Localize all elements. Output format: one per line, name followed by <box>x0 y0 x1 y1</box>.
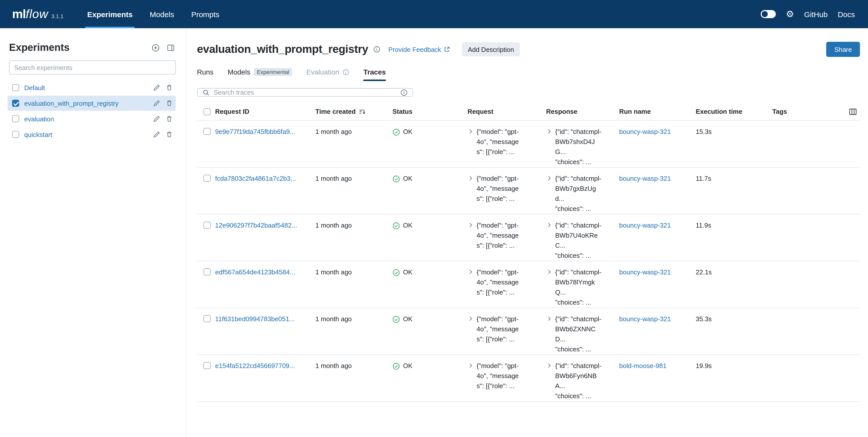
column-header-status: Status <box>393 108 467 115</box>
expand-response-icon[interactable] <box>546 316 552 355</box>
expand-request-icon[interactable] <box>467 222 473 251</box>
column-settings-icon[interactable] <box>849 107 857 115</box>
experiment-list-item[interactable]: quickstart <box>7 127 176 142</box>
expand-response-icon[interactable] <box>546 363 552 401</box>
sidebar-header: Experiments <box>0 42 186 54</box>
execution-time-cell: 22.1s <box>696 267 772 277</box>
mlflow-logo[interactable]: mlflow 3.1.1 <box>12 7 63 21</box>
primary-nav: Experiments Models Prompts <box>79 0 228 28</box>
nav-prompts[interactable]: Prompts <box>183 0 228 28</box>
provide-feedback-link[interactable]: Provide Feedback <box>389 45 450 53</box>
experiment-link[interactable]: quickstart <box>24 131 149 138</box>
traces-search-input[interactable] <box>214 89 397 96</box>
page-title: evaluation_with_prompt_registry <box>197 43 368 56</box>
delete-experiment-icon[interactable] <box>166 100 173 107</box>
theme-toggle-switch[interactable] <box>761 10 776 18</box>
traces-table-header: Request ID Time created Status Request R… <box>197 103 860 121</box>
trace-row: 11f631bed0994783be051... 1 month ago OK … <box>197 308 860 355</box>
github-link[interactable]: GitHub <box>804 10 828 19</box>
docs-link[interactable]: Docs <box>838 10 855 19</box>
experiment-link[interactable]: evaluation_with_prompt_registry <box>24 99 149 107</box>
expand-response-icon[interactable] <box>546 175 552 214</box>
trace-checkbox[interactable] <box>204 315 211 322</box>
experiment-list-item[interactable]: evaluation <box>7 111 176 126</box>
tab-models[interactable]: Models Experimental <box>227 66 292 81</box>
delete-experiment-icon[interactable] <box>166 84 173 91</box>
run-name-link[interactable]: bold-moose-981 <box>619 361 691 371</box>
trace-checkbox[interactable] <box>204 268 211 275</box>
run-name-link[interactable]: bouncy-wasp-321 <box>619 221 691 231</box>
delete-experiment-icon[interactable] <box>166 115 173 122</box>
request-preview: {"model": "gpt-4o", "messages": [{"role"… <box>476 267 520 298</box>
create-experiment-icon[interactable] <box>152 43 160 52</box>
edit-experiment-icon[interactable] <box>153 131 160 138</box>
request-id-link[interactable]: 9e9e77f19da745fbbb6fa9... <box>215 127 310 137</box>
share-button[interactable]: Share <box>827 42 860 57</box>
expand-request-icon[interactable] <box>467 269 473 298</box>
experiment-checkbox[interactable] <box>12 84 19 91</box>
execution-time-cell: 11.7s <box>696 174 772 184</box>
request-id-link[interactable]: fcda7803c2fa4861a7c2b3... <box>215 174 310 184</box>
response-preview: {"id": "chatcmpl-BWb7gxBzUgd..."choices"… <box>555 174 602 214</box>
tab-runs[interactable]: Runs <box>197 66 213 81</box>
column-header-tags: Tags <box>772 108 840 115</box>
request-id-link[interactable]: edf567a654de4123b4584... <box>215 267 310 277</box>
experiment-info-icon[interactable] <box>373 46 380 53</box>
select-all-checkbox[interactable] <box>204 108 211 115</box>
experiment-checkbox[interactable] <box>12 131 19 138</box>
column-header-time-created[interactable]: Time created <box>315 108 393 115</box>
tab-evaluation[interactable]: Evaluation <box>306 66 349 81</box>
experiment-checkbox[interactable] <box>12 115 19 122</box>
expand-request-icon[interactable] <box>467 175 473 204</box>
time-created-cell: 1 month ago <box>315 127 393 137</box>
tab-traces[interactable]: Traces <box>364 66 386 81</box>
expand-request-icon[interactable] <box>467 363 473 391</box>
external-link-icon <box>443 46 450 53</box>
nav-experiments[interactable]: Experiments <box>79 0 141 28</box>
request-id-link[interactable]: 12e906297f7b42baaf5482... <box>215 221 310 231</box>
logo-ml-text: ml <box>12 7 26 21</box>
edit-experiment-icon[interactable] <box>153 84 160 91</box>
traces-search-box <box>197 88 413 97</box>
response-preview: {"id": "chatcmpl-BWb78lYmgkQ..."choices"… <box>555 267 602 308</box>
experiment-link[interactable]: Default <box>24 84 149 91</box>
run-name-link[interactable]: bouncy-wasp-321 <box>619 314 691 324</box>
experiments-search-input[interactable] <box>14 64 171 71</box>
trace-checkbox[interactable] <box>204 362 211 369</box>
experiment-checkbox[interactable] <box>12 100 19 107</box>
trace-checkbox[interactable] <box>204 222 211 229</box>
provide-feedback-label: Provide Feedback <box>389 45 441 53</box>
edit-experiment-icon[interactable] <box>153 115 160 122</box>
edit-experiment-icon[interactable] <box>153 100 160 107</box>
trace-checkbox[interactable] <box>204 175 211 182</box>
delete-experiment-icon[interactable] <box>166 131 173 138</box>
search-info-icon[interactable] <box>401 89 408 96</box>
request-id-link[interactable]: e154fa5122cd456697709... <box>215 361 310 371</box>
expand-request-icon[interactable] <box>467 128 473 157</box>
time-created-cell: 1 month ago <box>315 361 393 371</box>
experiment-list-item[interactable]: Default <box>7 80 176 95</box>
trace-row: fcda7803c2fa4861a7c2b3... 1 month ago OK… <box>197 168 860 214</box>
experiment-list-item[interactable]: evaluation_with_prompt_registry <box>7 96 176 111</box>
trace-checkbox[interactable] <box>204 128 211 135</box>
settings-gear-icon[interactable]: ⚙ <box>786 9 794 19</box>
run-name-link[interactable]: bouncy-wasp-321 <box>619 174 691 184</box>
response-preview: {"id": "chatcmpl-BWb7shxD4JG..."choices"… <box>555 127 602 167</box>
logo-flow-text: flow <box>26 7 48 21</box>
experiments-sidebar: Experiments Default <box>0 28 186 437</box>
request-id-link[interactable]: 11f631bed0994783be051... <box>215 314 310 324</box>
collapse-sidebar-icon[interactable] <box>167 43 175 52</box>
expand-response-icon[interactable] <box>546 128 552 167</box>
main-content: evaluation_with_prompt_registry Provide … <box>186 28 868 437</box>
request-preview: {"model": "gpt-4o", "messages": [{"role"… <box>476 314 520 344</box>
run-name-link[interactable]: bouncy-wasp-321 <box>619 267 691 277</box>
run-name-link[interactable]: bouncy-wasp-321 <box>619 127 691 137</box>
experiment-link[interactable]: evaluation <box>24 115 149 123</box>
add-description-button[interactable]: Add Description <box>462 42 520 56</box>
nav-models[interactable]: Models <box>141 0 183 28</box>
expand-response-icon[interactable] <box>546 222 552 261</box>
column-header-run-name: Run name <box>619 108 696 115</box>
experiments-list: Default evaluation_with_prompt_registry <box>0 80 186 142</box>
expand-request-icon[interactable] <box>467 316 473 344</box>
expand-response-icon[interactable] <box>546 269 552 308</box>
